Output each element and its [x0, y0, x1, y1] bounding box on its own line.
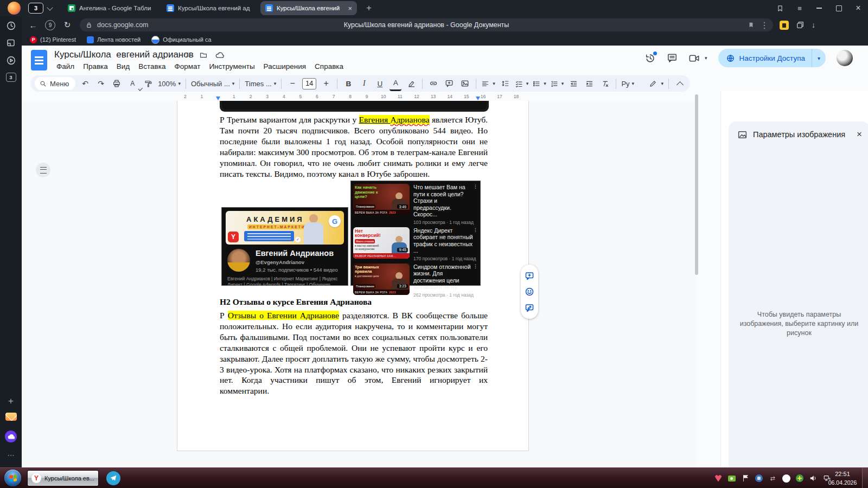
print-icon[interactable] — [111, 77, 123, 90]
sidebar-add-icon[interactable]: + — [0, 396, 22, 407]
bookmark-official[interactable]: Официальный са — [151, 36, 211, 44]
more-dots-icon[interactable]: ⋮ — [760, 20, 769, 30]
menu-format[interactable]: Формат — [170, 61, 205, 72]
editing-mode-icon[interactable]: ▾ — [649, 77, 663, 90]
star-icon[interactable]: ☆ — [184, 50, 192, 59]
panel-close-icon[interactable]: × — [857, 129, 862, 140]
taskbar-browser-button[interactable]: Y Курсы/Школа ев... — [27, 470, 99, 486]
tab-docs-active[interactable]: Курсы/Школа евгений × — [260, 1, 357, 15]
tab-close-icon[interactable]: × — [348, 4, 352, 12]
indent-marker[interactable] — [216, 97, 220, 100]
tray-action-center-icon[interactable] — [741, 474, 750, 483]
heading-h2[interactable]: Н2 Отзывы о курсе Евгения Адрианова — [220, 297, 372, 307]
youtube-channel-image[interactable]: АКАДЕМИЯ ИНТЕРНЕТ-МАРКЕТИНГА ✓ G Y Евген… — [221, 207, 348, 286]
paragraph-style-select[interactable]: Обычный ...▾ — [191, 77, 234, 90]
share-button[interactable]: Настройки Доступа ▾ — [718, 49, 826, 67]
side-panel-icon[interactable] — [0, 38, 22, 48]
chevron-down-icon[interactable] — [47, 4, 53, 10]
increase-indent-icon[interactable] — [583, 77, 595, 90]
tab-count-badge[interactable]: 3 — [28, 3, 43, 14]
menu-file[interactable]: Файл — [52, 61, 79, 72]
font-size-input[interactable]: 14 — [302, 78, 316, 89]
numbered-list-icon[interactable]: ▾ — [550, 77, 564, 90]
tray-antivirus-icon[interactable] — [714, 474, 723, 483]
new-tab-button[interactable]: + — [362, 2, 375, 15]
align-icon[interactable]: ▾ — [481, 77, 495, 90]
collapse-toolbar-icon[interactable] — [674, 77, 686, 90]
browser-menu-icon[interactable]: ≡ — [790, 0, 809, 16]
font-select[interactable]: Times ...▾ — [245, 77, 276, 90]
address-bar[interactable]: docs.google.com Курсы/Школа евгений адри… — [80, 18, 773, 31]
checklist-icon[interactable]: ▾ — [515, 77, 529, 90]
cloud-status-icon[interactable] — [215, 51, 225, 59]
line-spacing-icon[interactable] — [499, 77, 511, 90]
decrease-font-icon[interactable]: − — [286, 77, 298, 90]
text-color-button[interactable]: A — [390, 76, 401, 91]
show-outline-button[interactable] — [36, 163, 50, 177]
bookmark-pinterest[interactable]: P (12) Pinterest — [30, 36, 76, 43]
sidebar-more-icon[interactable]: ⋯ — [0, 451, 22, 459]
bookmark-page-icon[interactable] — [748, 21, 755, 29]
bookmark-flag-icon[interactable] — [770, 0, 790, 16]
tab-docs-inactive[interactable]: Курсы/Школа евгений ад — [162, 1, 258, 15]
youtube-videos-image[interactable]: Как начать движение к цели? Планирование… — [350, 181, 481, 286]
browser-profile-avatar[interactable] — [8, 2, 21, 15]
p1-highlight-link[interactable]: Евгения — [359, 115, 391, 124]
back-icon[interactable]: ← — [25, 21, 41, 30]
paragraph-1[interactable]: Р Третьим вариантом для раскрутки у Евге… — [220, 114, 488, 179]
redo-icon[interactable]: ↷ — [95, 77, 107, 90]
right-margin-marker[interactable] — [476, 97, 480, 100]
paint-format-icon[interactable] — [142, 77, 154, 90]
yandex-mail-icon[interactable] — [0, 413, 22, 421]
inline-image-dark[interactable] — [220, 101, 489, 112]
bulleted-list-icon[interactable]: ▾ — [532, 77, 546, 90]
decrease-indent-icon[interactable] — [567, 77, 579, 90]
taskbar-clock[interactable]: 22:51 06.04.2026 — [826, 470, 859, 487]
paragraph-2[interactable]: Р Отзывы о Евгении Адрианове разделяются… — [220, 310, 488, 396]
tabs-counter-icon[interactable]: 3 — [0, 73, 22, 82]
add-comment-icon[interactable] — [443, 77, 455, 90]
show-desktop-button[interactable] — [862, 468, 868, 488]
tray-volume-icon[interactable] — [809, 474, 818, 483]
user-avatar[interactable] — [837, 50, 853, 66]
bookmark-news[interactable]: Лента новостей — [87, 36, 141, 43]
p1-highlight-link-misspelled[interactable]: Адрианова — [391, 115, 430, 124]
italic-button[interactable]: I — [358, 77, 370, 90]
reload-icon[interactable]: ↻ — [59, 20, 75, 30]
menu-insert[interactable]: Вставка — [134, 61, 170, 72]
document-page[interactable]: Р Третьим вариантом для раскрутки у Евге… — [177, 101, 529, 451]
alice-icon[interactable] — [0, 431, 22, 442]
suggest-edits-icon[interactable] — [525, 303, 534, 313]
version-history-icon[interactable] — [644, 53, 656, 64]
yandex-badge-icon[interactable]: 9 — [45, 20, 55, 30]
spellcheck-icon[interactable]: A — [126, 77, 138, 90]
tray-yandex-icon[interactable] — [782, 474, 790, 483]
zoom-select[interactable]: 100%▾ — [158, 77, 181, 90]
document-title[interactable]: Курсы/Школа евгений адрианов — [54, 49, 194, 60]
highlight-color-icon[interactable] — [405, 77, 417, 90]
restore-button[interactable] — [829, 0, 848, 16]
tray-sync-icon[interactable]: ⇄ — [768, 474, 777, 483]
tray-nvidia-icon[interactable] — [727, 474, 736, 483]
tray-update-icon[interactable] — [755, 474, 763, 483]
start-button[interactable] — [4, 470, 21, 486]
menu-extensions[interactable]: Расширения — [259, 61, 311, 72]
minimize-button[interactable] — [809, 0, 829, 16]
telegram-icon[interactable] — [106, 471, 120, 485]
p2-highlight[interactable]: Отзывы о Евгении Адрианове — [228, 311, 339, 320]
input-tools-select[interactable]: Ру▾ — [621, 77, 634, 90]
extension-icon[interactable] — [780, 21, 789, 30]
history-icon[interactable] — [0, 21, 22, 31]
menu-tools[interactable]: Инструменты — [205, 61, 259, 72]
ruler[interactable]: 21123456789101112131415161718 — [177, 92, 531, 101]
menu-view[interactable]: Вид — [112, 61, 134, 72]
share-caret-icon[interactable]: ▾ — [812, 55, 826, 61]
toolbar-search-menu[interactable]: Меню — [35, 77, 75, 90]
download-icon[interactable]: ↓ — [812, 21, 815, 29]
add-comment-float-icon[interactable] — [525, 271, 534, 281]
meet-camera-icon[interactable]: ▾ — [688, 54, 707, 63]
comments-icon[interactable] — [667, 53, 678, 63]
document-scrollbar[interactable] — [695, 101, 698, 467]
insert-image-icon[interactable] — [459, 77, 471, 90]
increase-font-icon[interactable]: + — [320, 77, 332, 90]
